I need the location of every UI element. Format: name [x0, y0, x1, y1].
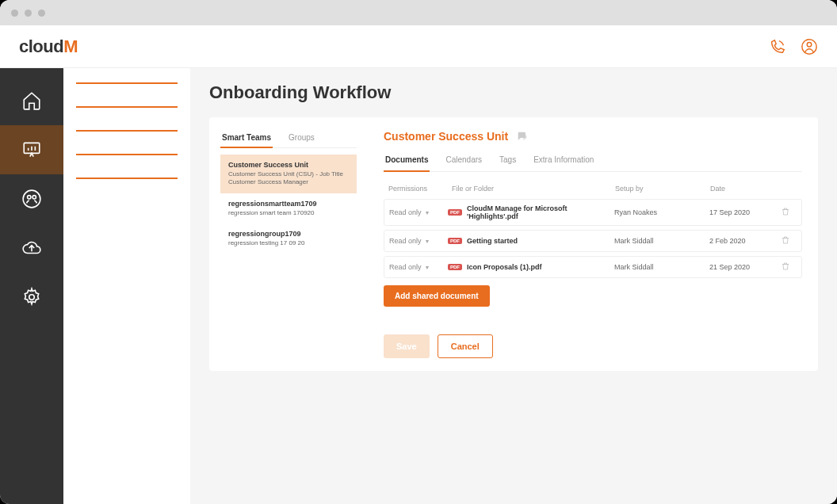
setup-by: Ryan Noakes: [614, 208, 709, 216]
nav-home[interactable]: [0, 76, 63, 125]
home-icon: [21, 90, 42, 111]
document-row: Read only ▼PDFGetting startedMark Siddal…: [384, 230, 802, 252]
svg-point-1: [807, 42, 812, 47]
team-desc: regression smart team 170920: [228, 209, 349, 217]
pdf-badge: PDF: [448, 238, 462, 244]
team-item[interactable]: regressiongroup1709regression testing 17…: [220, 223, 357, 254]
workflow-card: Smart TeamsGroups Customer Success UnitC…: [209, 117, 818, 371]
main-content: Onboarding Workflow Smart TeamsGroups Cu…: [190, 68, 837, 504]
user-icon[interactable]: [801, 38, 818, 55]
svg-point-3: [23, 190, 40, 208]
document-row: Read only ▼PDFCloudM Manage for Microsof…: [384, 199, 802, 226]
team-desc: Customer Success Unit (CSU) - Job Title …: [228, 170, 349, 187]
nav-divider[interactable]: [76, 82, 178, 84]
col-setup: Setup by: [615, 185, 710, 193]
nav-divider[interactable]: [76, 154, 178, 155]
team-name: Customer Success Unit: [228, 161, 349, 169]
page-title: Onboarding Workflow: [209, 82, 818, 103]
window-dot: [11, 10, 18, 17]
col-date: Date: [710, 185, 782, 193]
save-button[interactable]: Save: [384, 334, 430, 358]
unit-title: Customer Success Unit: [384, 130, 508, 143]
nav-divider[interactable]: [76, 106, 178, 108]
document-rows: Read only ▼PDFCloudM Manage for Microsof…: [384, 199, 802, 282]
file-cell: PDFIcon Proposals (1).pdf: [448, 263, 614, 271]
app-logo: cloudM: [19, 36, 78, 57]
window-titlebar: [0, 0, 837, 25]
nav-settings[interactable]: [0, 273, 63, 322]
file-cell: PDFGetting started: [448, 237, 614, 245]
phone-icon[interactable]: [769, 38, 786, 55]
top-bar: cloudM: [0, 25, 837, 68]
col-perm: Permissions: [388, 185, 452, 193]
row-date: 2 Feb 2020: [709, 237, 781, 245]
file-cell: PDFCloudM Manage for Microsoft 'Highligh…: [448, 204, 614, 220]
cancel-button[interactable]: Cancel: [438, 334, 493, 358]
team-item[interactable]: Customer Success UnitCustomer Success Un…: [220, 155, 357, 193]
window-dot: [25, 10, 32, 17]
permission-select[interactable]: Read only ▼: [389, 263, 448, 271]
setup-by: Mark Siddall: [614, 263, 709, 271]
subtab[interactable]: Calendars: [444, 149, 483, 171]
trash-icon[interactable]: [781, 262, 790, 271]
team-tab[interactable]: Smart Teams: [220, 128, 273, 148]
chevron-down-icon: ▼: [425, 239, 430, 244]
file-name: Getting started: [467, 237, 518, 245]
chevron-down-icon: ▼: [425, 210, 430, 216]
team-tab[interactable]: Groups: [287, 128, 316, 147]
window-dot: [38, 10, 45, 17]
permission-select[interactable]: Read only ▼: [389, 237, 448, 245]
presentation-icon: [21, 139, 42, 160]
sidebar-nav: [0, 68, 63, 504]
row-date: 21 Sep 2020: [709, 263, 781, 271]
svg-point-6: [29, 295, 35, 300]
file-name: Icon Proposals (1).pdf: [467, 263, 542, 271]
detail-subtabs: DocumentsCalendarsTagsExtra Information: [384, 149, 802, 172]
pdf-badge: PDF: [448, 264, 462, 270]
chevron-down-icon: ▼: [425, 265, 430, 270]
table-header: Permissions File or Folder Setup by Date: [384, 185, 802, 199]
row-date: 17 Sep 2020: [709, 208, 781, 216]
nav-divider[interactable]: [76, 178, 178, 179]
permission-select[interactable]: Read only ▼: [389, 208, 448, 216]
add-document-button[interactable]: Add shared document: [384, 285, 490, 307]
users-icon: [21, 189, 42, 209]
setup-by: Mark Siddall: [614, 237, 709, 245]
cloud-upload-icon: [21, 238, 42, 258]
col-file: File or Folder: [452, 185, 615, 193]
nav-cloud[interactable]: [0, 223, 63, 273]
file-name: CloudM Manage for Microsoft 'Highlights'…: [467, 204, 614, 220]
pdf-badge: PDF: [448, 209, 462, 216]
subtab[interactable]: Extra Information: [532, 149, 595, 171]
document-row: Read only ▼PDFIcon Proposals (1).pdfMark…: [384, 256, 802, 278]
team-list: Customer Success UnitCustomer Success Un…: [220, 155, 357, 254]
svg-point-4: [28, 196, 31, 199]
team-name: regressiongroup1709: [228, 230, 349, 238]
svg-point-5: [32, 196, 36, 199]
chat-icon[interactable]: [516, 130, 529, 143]
secondary-nav: [63, 68, 190, 504]
nav-divider[interactable]: [76, 130, 178, 132]
team-item[interactable]: regressionsmartteam1709regression smart …: [220, 193, 357, 223]
detail-panel: Customer Success Unit DocumentsCalendars…: [368, 117, 818, 371]
subtab[interactable]: Tags: [498, 149, 518, 171]
team-panel: Smart TeamsGroups Customer Success UnitC…: [209, 117, 368, 371]
gear-icon: [21, 287, 42, 307]
trash-icon[interactable]: [781, 207, 790, 216]
team-desc: regression testing 17 09 20: [228, 239, 349, 247]
trash-icon[interactable]: [781, 235, 790, 245]
nav-users[interactable]: [0, 174, 63, 223]
team-tabs: Smart TeamsGroups: [220, 128, 357, 148]
nav-dashboard[interactable]: [0, 125, 63, 174]
subtab[interactable]: Documents: [384, 149, 430, 172]
team-name: regressionsmartteam1709: [228, 200, 349, 208]
